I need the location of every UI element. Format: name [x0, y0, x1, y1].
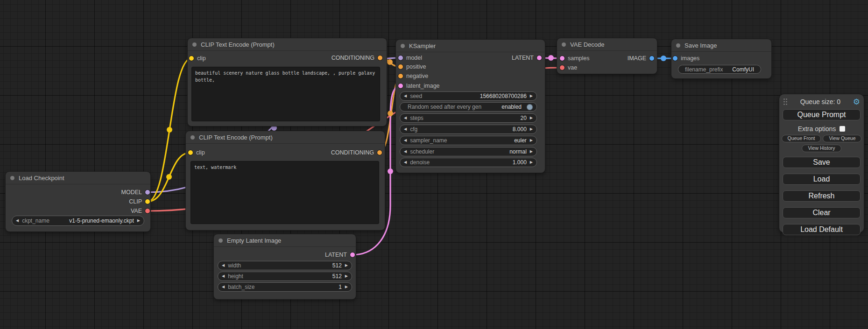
seed-widget[interactable]: ◀ seed 156680208700286 ▶: [400, 91, 537, 101]
queue-prompt-button[interactable]: Queue Prompt: [783, 109, 861, 120]
conditioning-port-dot[interactable]: [398, 64, 403, 69]
node-graph-canvas[interactable]: Load Checkpoint MODEL CLIP VAE ◀ ckpt_na…: [0, 0, 868, 329]
image-port-dot[interactable]: [673, 56, 677, 61]
node-title-bar[interactable]: KSampler: [396, 40, 545, 52]
decrement-arrow-icon[interactable]: ◀: [404, 161, 407, 164]
refresh-button[interactable]: Refresh: [783, 190, 861, 202]
increment-arrow-icon[interactable]: ▶: [530, 94, 533, 98]
increment-arrow-icon[interactable]: ▶: [345, 274, 348, 278]
node-title-bar[interactable]: VAE Decode: [557, 38, 657, 51]
increment-arrow-icon[interactable]: ▶: [530, 139, 533, 142]
increment-arrow-icon[interactable]: ▶: [530, 127, 533, 131]
decrement-arrow-icon[interactable]: ◀: [404, 150, 407, 154]
increment-arrow-icon[interactable]: ▶: [345, 285, 348, 289]
load-default-button[interactable]: Load Default: [783, 224, 861, 235]
latent-port-dot[interactable]: [537, 56, 542, 60]
collapse-dot[interactable]: [676, 43, 680, 48]
output-model: MODEL: [121, 189, 150, 196]
extra-options-checkbox[interactable]: [840, 126, 845, 132]
clip-port-dot[interactable]: [145, 199, 150, 204]
node-title-bar[interactable]: Save Image: [671, 39, 771, 52]
collapse-dot[interactable]: [10, 176, 14, 180]
input-clip: clip: [188, 149, 205, 156]
node-title: Load Checkpoint: [19, 175, 64, 182]
negative-prompt-textarea[interactable]: text, watermark: [191, 161, 379, 224]
increment-arrow-icon[interactable]: ▶: [530, 150, 533, 154]
output-vae: VAE: [131, 208, 150, 214]
positive-prompt-textarea[interactable]: beautiful scenery nature glass bottle la…: [191, 67, 380, 121]
input-clip: clip: [189, 55, 206, 62]
node-clip-text-encode-positive[interactable]: CLIP Text Encode (Prompt) clip CONDITION…: [188, 38, 387, 126]
decrement-arrow-icon[interactable]: ◀: [404, 116, 407, 120]
node-title: CLIP Text Encode (Prompt): [201, 41, 275, 48]
collapse-dot[interactable]: [219, 238, 223, 243]
random-seed-toggle-widget[interactable]: Random seed after every gen enabled: [400, 102, 537, 112]
node-title-bar[interactable]: CLIP Text Encode (Prompt): [188, 38, 387, 51]
node-title-bar[interactable]: Empty Latent Image: [214, 234, 356, 247]
increment-arrow-icon[interactable]: ▶: [530, 116, 533, 120]
ckpt-name-widget[interactable]: ◀ ckpt_name v1-5-pruned-emaonly.ckpt ▶: [12, 216, 144, 226]
cfg-widget[interactable]: ◀ cfg 8.000 ▶: [400, 125, 537, 134]
image-port-dot[interactable]: [649, 56, 654, 61]
model-port-dot[interactable]: [145, 190, 150, 195]
sampler-name-widget[interactable]: ◀ sampler_name euler ▶: [400, 136, 537, 145]
conditioning-port-dot[interactable]: [378, 56, 382, 60]
decrement-arrow-icon[interactable]: ◀: [16, 219, 19, 223]
link-dot: [166, 174, 172, 180]
width-widget[interactable]: ◀ width 512 ▶: [218, 261, 352, 270]
scheduler-widget[interactable]: ◀ scheduler normal ▶: [400, 147, 537, 156]
clear-button[interactable]: Clear: [783, 207, 861, 218]
load-button[interactable]: Load: [783, 174, 861, 185]
node-clip-text-encode-negative[interactable]: CLIP Text Encode (Prompt) clip CONDITION…: [186, 131, 385, 230]
link-dot: [388, 168, 393, 174]
output-conditioning: CONDITIONING: [331, 149, 382, 156]
conditioning-port-dot[interactable]: [377, 150, 382, 155]
collapse-dot[interactable]: [401, 44, 405, 48]
clip-port-dot[interactable]: [189, 56, 194, 61]
steps-widget[interactable]: ◀ steps 20 ▶: [400, 113, 537, 123]
node-load-checkpoint[interactable]: Load Checkpoint MODEL CLIP VAE ◀ ckpt_na…: [6, 172, 150, 231]
increment-arrow-icon[interactable]: ▶: [345, 264, 348, 267]
link-dot: [388, 111, 393, 116]
decrement-arrow-icon[interactable]: ◀: [222, 274, 225, 278]
node-empty-latent-image[interactable]: Empty Latent Image LATENT ◀ width 512 ▶ …: [214, 234, 356, 299]
collapse-dot[interactable]: [191, 135, 195, 140]
batch-size-widget[interactable]: ◀ batch_size 1 ▶: [218, 282, 352, 292]
clip-port-dot[interactable]: [188, 150, 193, 155]
collapse-dot[interactable]: [192, 42, 197, 47]
decrement-arrow-icon[interactable]: ◀: [404, 127, 407, 131]
drag-handle-icon[interactable]: [783, 98, 788, 105]
view-history-button[interactable]: View History: [802, 145, 841, 152]
collapse-dot[interactable]: [562, 42, 566, 47]
link-dot: [661, 56, 666, 61]
latent-port-dot[interactable]: [560, 56, 565, 61]
node-ksampler[interactable]: KSampler model positive negative latent_…: [396, 40, 545, 173]
save-button[interactable]: Save: [783, 157, 861, 168]
decrement-arrow-icon[interactable]: ◀: [404, 94, 407, 98]
input-vae: vae: [560, 64, 577, 71]
latent-port-dot[interactable]: [398, 84, 403, 88]
denoise-widget[interactable]: ◀ denoise 1.000 ▶: [400, 158, 537, 167]
node-title: KSampler: [409, 42, 436, 49]
model-port-dot[interactable]: [398, 56, 403, 60]
node-vae-decode[interactable]: VAE Decode samples vae IMAGE: [557, 38, 657, 74]
increment-arrow-icon[interactable]: ▶: [530, 161, 533, 164]
conditioning-port-dot[interactable]: [398, 74, 403, 78]
decrement-arrow-icon[interactable]: ◀: [404, 139, 407, 142]
decrement-arrow-icon[interactable]: ◀: [222, 285, 225, 289]
node-title-bar[interactable]: CLIP Text Encode (Prompt): [186, 131, 385, 144]
latent-port-dot[interactable]: [350, 252, 355, 257]
vae-port-dot[interactable]: [145, 209, 150, 213]
queue-front-button[interactable]: Queue Front: [782, 135, 821, 142]
input-latent-image: latent_image: [398, 83, 440, 89]
decrement-arrow-icon[interactable]: ◀: [222, 264, 225, 267]
height-widget[interactable]: ◀ height 512 ▶: [218, 272, 352, 281]
vae-port-dot[interactable]: [560, 65, 565, 70]
toggle-indicator[interactable]: [527, 104, 533, 110]
increment-arrow-icon[interactable]: ▶: [137, 219, 140, 223]
node-title-bar[interactable]: Load Checkpoint: [6, 172, 150, 184]
view-queue-button[interactable]: View Queue: [823, 135, 861, 142]
filename-prefix-widget[interactable]: filename_prefix ComfyUI: [678, 65, 761, 74]
settings-gear-icon[interactable]: ⚙: [853, 98, 860, 106]
node-save-image[interactable]: Save Image images filename_prefix ComfyU…: [671, 39, 771, 78]
